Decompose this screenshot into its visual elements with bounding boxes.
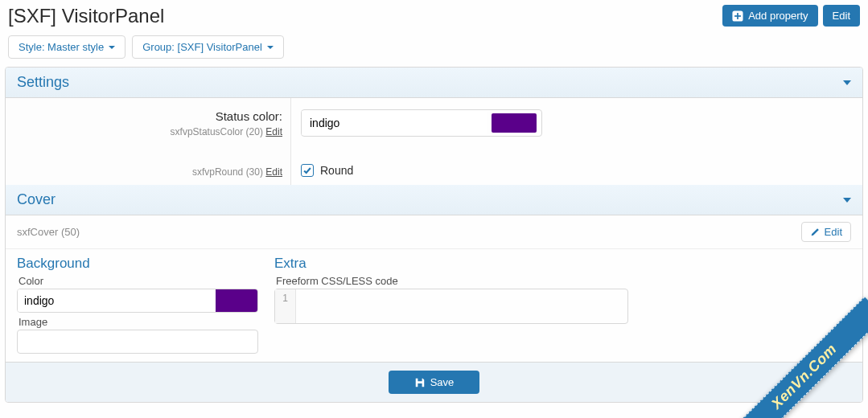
bg-color-swatch[interactable] bbox=[216, 289, 257, 312]
status-color-swatch[interactable] bbox=[492, 113, 537, 133]
status-color-input[interactable] bbox=[302, 111, 487, 135]
status-color-key: sxfvpStatusColor (20) bbox=[171, 126, 263, 137]
bg-image-input[interactable] bbox=[17, 330, 258, 354]
code-editor[interactable]: 1 bbox=[274, 289, 628, 324]
status-color-edit-link[interactable]: Edit bbox=[265, 126, 282, 137]
cover-edit-label: Edit bbox=[825, 226, 842, 238]
settings-section-header[interactable]: Settings bbox=[6, 68, 862, 98]
style-filter-label: Style: Master style bbox=[19, 41, 104, 53]
pencil-icon bbox=[810, 227, 820, 237]
plus-square-icon bbox=[732, 10, 743, 22]
chevron-down-icon bbox=[843, 198, 851, 203]
save-label: Save bbox=[430, 376, 455, 388]
status-color-input-group bbox=[301, 109, 542, 137]
chevron-down-icon bbox=[843, 80, 851, 85]
caret-down-icon bbox=[267, 46, 274, 49]
cover-section-header[interactable]: Cover bbox=[6, 185, 862, 215]
add-property-label: Add property bbox=[748, 10, 808, 22]
header-actions: Add property Edit bbox=[722, 5, 860, 27]
save-button[interactable]: Save bbox=[389, 371, 480, 394]
cover-key: sxfCover (50) bbox=[17, 226, 80, 238]
svg-rect-2 bbox=[734, 15, 741, 17]
bg-color-input[interactable] bbox=[18, 289, 216, 312]
edit-button[interactable]: Edit bbox=[823, 5, 860, 27]
group-filter-label: Group: [SXF] VisitorPanel bbox=[142, 41, 262, 53]
round-key: sxfvpRound (30) bbox=[192, 166, 263, 178]
caret-down-icon bbox=[109, 46, 115, 49]
code-gutter: 1 bbox=[275, 289, 296, 323]
background-title: Background bbox=[17, 256, 258, 272]
add-property-button[interactable]: Add property bbox=[722, 5, 817, 27]
cover-edit-button[interactable]: Edit bbox=[801, 222, 851, 242]
round-edit-link[interactable]: Edit bbox=[265, 166, 282, 178]
extra-title: Extra bbox=[274, 256, 628, 272]
bg-image-label: Image bbox=[19, 316, 258, 328]
save-icon bbox=[414, 377, 426, 388]
bg-color-label: Color bbox=[19, 275, 258, 287]
check-icon bbox=[302, 166, 312, 175]
round-label: Round bbox=[320, 164, 353, 177]
style-filter-dropdown[interactable]: Style: Master style bbox=[8, 35, 125, 59]
settings-title: Settings bbox=[17, 74, 69, 91]
edit-label: Edit bbox=[833, 10, 850, 22]
status-color-label: Status color: bbox=[14, 109, 282, 123]
page-title: [SXF] VisitorPanel bbox=[8, 5, 164, 27]
group-filter-dropdown[interactable]: Group: [SXF] VisitorPanel bbox=[132, 35, 284, 59]
cover-title: Cover bbox=[17, 191, 56, 208]
bg-color-input-group bbox=[17, 289, 258, 313]
code-label: Freeform CSS/LESS code bbox=[276, 275, 628, 287]
round-checkbox[interactable] bbox=[301, 164, 314, 177]
